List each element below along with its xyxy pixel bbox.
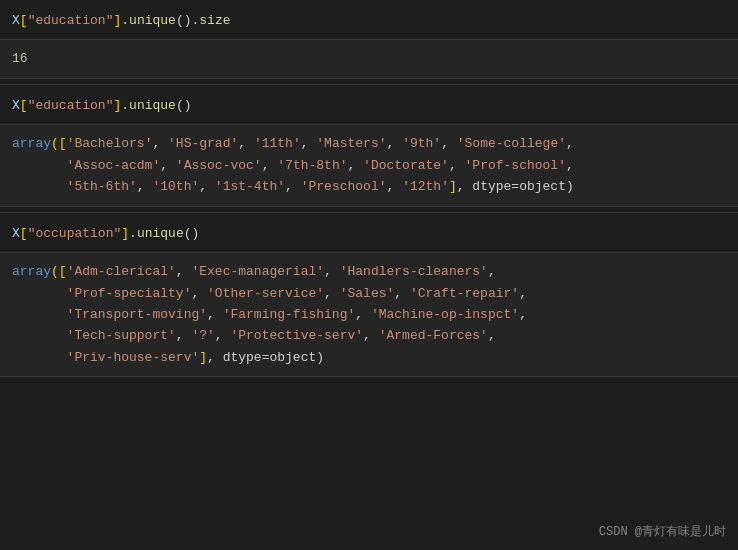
cell-1-code: X["education"].unique().size xyxy=(12,10,726,31)
cell-2-code: X["education"].unique() xyxy=(12,95,726,116)
cell-1-result: 16 xyxy=(12,48,726,69)
cell-2-input: X["education"].unique() xyxy=(0,85,738,125)
cell-2-output: array(['Bachelors', 'HS-grad', '11th', '… xyxy=(0,125,738,206)
cell-1-input: X["education"].unique().size xyxy=(0,0,738,40)
cell-1-output: 16 xyxy=(0,40,738,78)
watermark: CSDN @青灯有味是儿时 xyxy=(599,523,726,540)
cell-3-result: array(['Adm-clerical', 'Exec-managerial'… xyxy=(12,261,726,368)
cell-3-code: X["occupation"].unique() xyxy=(12,223,726,244)
notebook-container: X["education"].unique().size 16 X["educa… xyxy=(0,0,738,550)
cell-3-input: X["occupation"].unique() xyxy=(0,213,738,253)
cell-3-output: array(['Adm-clerical', 'Exec-managerial'… xyxy=(0,253,738,377)
cell-2-result: array(['Bachelors', 'HS-grad', '11th', '… xyxy=(12,133,726,197)
